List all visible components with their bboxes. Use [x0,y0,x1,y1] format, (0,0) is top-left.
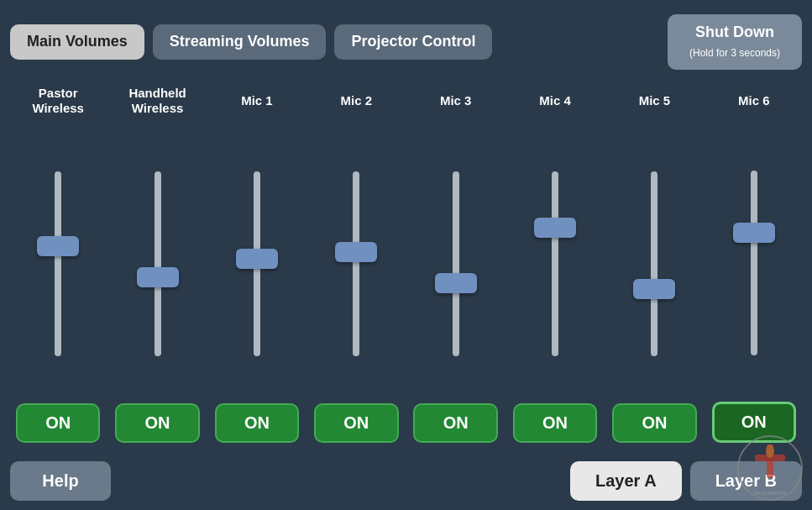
fader-track-mic1 [254,171,260,356]
fader-track-handheld-wireless [155,171,161,356]
fader-container-mic4 [506,124,605,403]
channel-pastor-wireless: PastorWireless ON [8,84,107,451]
fader-container-mic6 [705,124,804,402]
channel-handheld-wireless: HandheldWireless ON [107,84,207,451]
channel-mic1: Mic 1 ON [207,84,306,451]
fader-track-mic4 [552,171,558,356]
svg-text:MAQUOKETA: MAQUOKETA [754,491,786,496]
fader-handle-pastor-wireless[interactable] [37,236,79,256]
fader-handle-mic4[interactable] [534,218,576,238]
fader-track-mic6 [751,171,757,355]
channel-label-pastor-wireless: PastorWireless [32,84,84,118]
footer: Help Layer A Layer B MAQUOKETA [0,451,812,510]
fader-handle-mic5[interactable] [633,279,675,299]
channel-mic3: Mic 3 ON [406,84,506,451]
channel-label-mic5: Mic 5 [639,84,671,118]
svg-point-3 [766,444,774,458]
on-button-mic5[interactable]: ON [612,403,697,443]
channel-strips: PastorWireless ON HandheldWireless ON Mi… [0,84,812,451]
tab-main-volumes[interactable]: Main Volumes [10,24,144,60]
channel-label-mic1: Mic 1 [241,84,273,118]
on-button-mic4[interactable]: ON [513,403,598,443]
fader-handle-mic3[interactable] [435,273,477,293]
channel-label-mic4: Mic 4 [539,84,571,118]
fader-container-mic2 [306,124,406,403]
channel-label-mic3: Mic 3 [440,84,472,118]
on-button-mic3[interactable]: ON [413,403,498,443]
on-button-mic2[interactable]: ON [314,403,399,443]
fader-handle-mic6[interactable] [733,223,775,243]
fader-container-mic5 [605,124,704,403]
fader-handle-handheld-wireless[interactable] [137,267,179,287]
header: Main Volumes Streaming Volumes Projector… [0,0,812,84]
help-button[interactable]: Help [10,461,111,501]
fader-container-mic1 [207,124,306,403]
tab-projector-control[interactable]: Projector Control [334,24,492,60]
fader-container-handheld-wireless [107,124,207,403]
layer-a-button[interactable]: Layer A [570,461,682,501]
fader-track-mic3 [453,171,459,356]
channel-label-mic6: Mic 6 [738,84,770,118]
channel-label-mic2: Mic 2 [341,84,373,118]
fader-track-pastor-wireless [55,171,61,356]
channel-label-handheld-wireless: HandheldWireless [128,84,186,118]
on-button-handheld-wireless[interactable]: ON [115,403,200,443]
channel-mic6: Mic 6 ON [705,84,804,451]
fader-handle-mic1[interactable] [236,249,278,269]
on-button-pastor-wireless[interactable]: ON [16,403,101,443]
channel-mic2: Mic 2 ON [306,84,406,451]
channel-mic4: Mic 4 ON [506,84,605,451]
shutdown-button[interactable]: Shut Down (Hold for 3 seconds) [668,14,802,71]
fader-handle-mic2[interactable] [335,242,377,262]
tab-streaming-volumes[interactable]: Streaming Volumes [153,24,327,60]
fader-track-mic2 [353,171,359,356]
on-button-mic1[interactable]: ON [215,403,300,443]
logo-watermark: MAQUOKETA [736,434,804,502]
channel-mic5: Mic 5 ON [605,84,704,451]
fader-container-pastor-wireless [8,124,107,403]
fader-container-mic3 [406,124,506,403]
fader-track-mic5 [651,171,657,356]
